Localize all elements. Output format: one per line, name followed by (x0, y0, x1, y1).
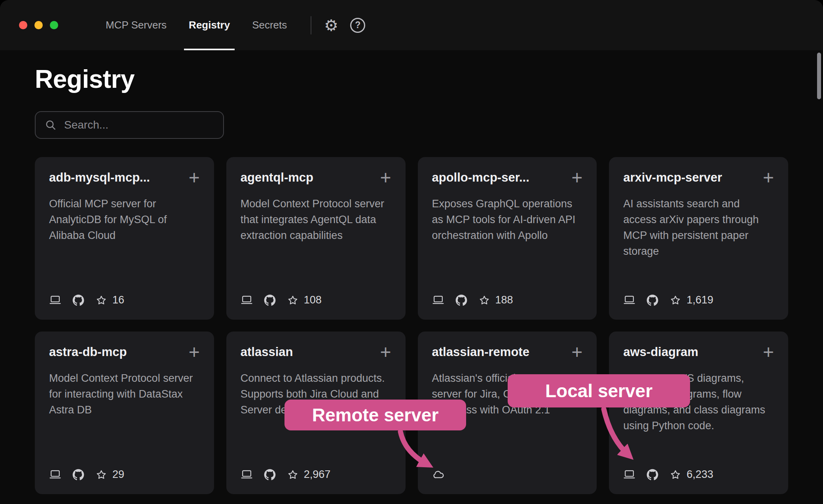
server-card-footer: 29 (49, 468, 200, 481)
star-count: 108 (304, 294, 322, 306)
server-name: atlassian (241, 345, 293, 359)
add-server-button[interactable]: + (189, 171, 200, 185)
star-count-group: 2,967 (287, 468, 331, 481)
registry-page: Registry adb-mysql-mcp...+Official MCP s… (0, 64, 823, 494)
star-count: 16 (112, 294, 124, 306)
star-count-group: 6,233 (669, 468, 713, 481)
star-count-group: 1,619 (669, 294, 713, 306)
star-count: 2,967 (304, 468, 331, 481)
tab-secrets[interactable]: Secrets (241, 0, 298, 50)
server-name: agentql-mcp (241, 171, 313, 185)
github-icon[interactable] (72, 294, 84, 306)
server-card-footer: 2,967 (241, 468, 391, 481)
star-icon (287, 469, 299, 481)
search-box (35, 111, 224, 139)
server-card[interactable]: atlassian+Connect to Atlassian products.… (226, 332, 406, 494)
zoom-window-button[interactable] (50, 21, 58, 29)
search-icon (44, 119, 57, 131)
server-card[interactable]: apollo-mcp-ser...+Exposes GraphQL operat… (418, 157, 597, 320)
server-card-footer: 6,233 (623, 468, 774, 481)
app-window: MCP Servers Registry Secrets ⚙ ? Registr… (0, 0, 823, 504)
server-card[interactable]: agentql-mcp+Model Context Protocol serve… (226, 157, 406, 320)
help-icon[interactable]: ? (350, 18, 365, 33)
laptop-icon (623, 468, 635, 481)
star-icon (669, 294, 681, 306)
server-card[interactable]: atlassian-remote+Atlassian's official re… (418, 332, 597, 494)
server-name: apollo-mcp-ser... (432, 171, 529, 185)
laptop-icon (49, 294, 61, 306)
server-description: AI assistants search and access arXiv pa… (623, 196, 774, 259)
server-name: astra-db-mcp (49, 345, 127, 359)
star-icon (669, 469, 681, 481)
star-icon (95, 469, 107, 481)
star-count-group: 188 (478, 294, 513, 306)
minimize-window-button[interactable] (34, 21, 43, 29)
tab-mcp-servers[interactable]: MCP Servers (95, 0, 178, 50)
github-icon[interactable] (647, 294, 658, 306)
server-description: Exposes GraphQL operations as MCP tools … (432, 196, 583, 243)
close-window-button[interactable] (19, 21, 27, 29)
server-card-footer (432, 468, 583, 481)
github-icon[interactable] (264, 294, 276, 306)
server-card[interactable]: adb-mysql-mcp...+Official MCP server for… (35, 157, 214, 320)
laptop-icon (49, 468, 61, 481)
server-description: Model Context Protocol server that integ… (241, 196, 391, 243)
star-count: 188 (495, 294, 513, 306)
titlebar: MCP Servers Registry Secrets ⚙ ? (0, 0, 823, 50)
server-description: Generate AWS diagrams, sequence diagrams… (623, 370, 774, 434)
server-card-footer: 108 (241, 294, 391, 306)
github-icon[interactable] (455, 294, 467, 306)
add-server-button[interactable]: + (380, 171, 391, 185)
laptop-icon (432, 294, 444, 306)
server-card[interactable]: aws-diagram+Generate AWS diagrams, seque… (609, 332, 788, 494)
star-icon (95, 294, 107, 306)
server-card-footer: 1,619 (623, 294, 774, 306)
server-card-footer: 188 (432, 294, 583, 306)
add-server-button[interactable]: + (763, 345, 774, 359)
server-description: Connect to Atlassian products. Supports … (241, 370, 391, 418)
top-nav: MCP Servers Registry Secrets (95, 0, 298, 50)
add-server-button[interactable]: + (571, 171, 582, 185)
github-icon[interactable] (647, 469, 658, 481)
github-icon[interactable] (264, 469, 276, 481)
star-count: 6,233 (686, 468, 713, 481)
laptop-icon (241, 294, 253, 306)
add-server-button[interactable]: + (189, 345, 200, 359)
search-input[interactable] (63, 118, 214, 132)
traffic-lights (19, 0, 58, 50)
gear-icon[interactable]: ⚙ (324, 17, 338, 33)
server-card-grid: adb-mysql-mcp...+Official MCP server for… (35, 157, 788, 494)
star-icon (287, 294, 299, 306)
star-icon (478, 294, 490, 306)
add-server-button[interactable]: + (380, 345, 391, 359)
server-description: Model Context Protocol server for intera… (49, 370, 200, 418)
server-name: atlassian-remote (432, 345, 529, 359)
cloud-icon (432, 468, 445, 481)
server-name: arxiv-mcp-server (623, 171, 722, 185)
add-server-button[interactable]: + (571, 345, 582, 359)
star-count-group: 29 (95, 468, 124, 481)
star-count: 29 (112, 468, 124, 481)
server-name: aws-diagram (623, 345, 698, 359)
star-count: 1,619 (686, 294, 713, 306)
tab-registry[interactable]: Registry (178, 0, 241, 50)
server-card-footer: 16 (49, 294, 200, 306)
server-card[interactable]: arxiv-mcp-server+AI assistants search an… (609, 157, 788, 320)
server-name: adb-mysql-mcp... (49, 171, 150, 185)
star-count-group: 108 (287, 294, 322, 306)
titlebar-divider (311, 16, 311, 34)
laptop-icon (623, 294, 635, 306)
add-server-button[interactable]: + (763, 171, 774, 185)
github-icon[interactable] (72, 469, 84, 481)
page-title: Registry (35, 64, 788, 94)
laptop-icon (241, 468, 253, 481)
scrollbar-thumb[interactable] (817, 53, 821, 99)
star-count-group: 16 (95, 294, 124, 306)
server-description: Atlassian's official remote MCP server f… (432, 370, 583, 418)
server-description: Official MCP server for AnalyticDB for M… (49, 196, 200, 243)
server-card[interactable]: astra-db-mcp+Model Context Protocol serv… (35, 332, 214, 494)
